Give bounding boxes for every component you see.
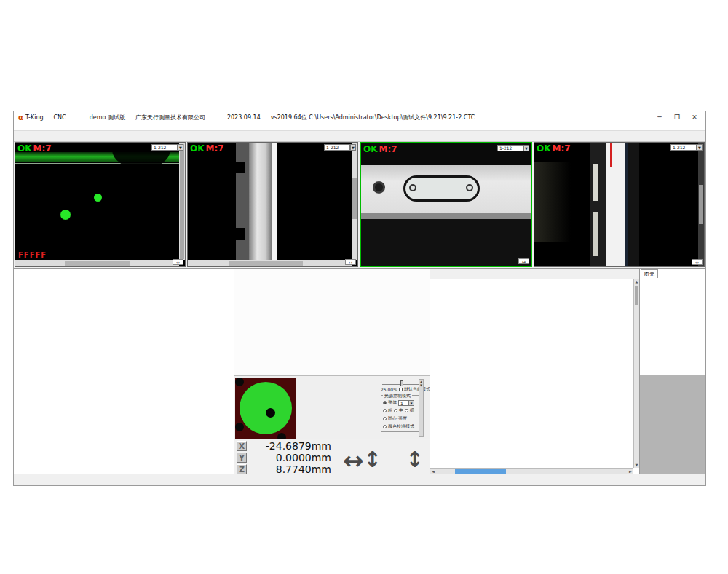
camera-row: OKM:7 FFFFF 1-212▼ ↔ OKM:7 1-212▼ ↔ — [15, 142, 705, 267]
chevron-down-icon[interactable]: ▼ — [350, 144, 356, 151]
cam4-ok-label: OK — [537, 143, 551, 154]
titlebar: α T-King CNC demo 测试版 广东天行测量技术有限公司 2023.… — [14, 111, 705, 123]
app-window: α T-King CNC demo 测试版 广东天行测量技术有限公司 2023.… — [13, 111, 706, 486]
chevron-down-icon[interactable]: ▼ — [178, 144, 183, 151]
element-panel-filler — [640, 375, 705, 475]
default-mode-label: 默认当前模式 — [404, 386, 430, 393]
fine-radio[interactable] — [405, 409, 408, 412]
cam3-range-dropdown[interactable]: 1-212▼ — [497, 145, 523, 151]
y-axis-icon: Y — [237, 453, 247, 463]
cam2-vscrollbar[interactable] — [352, 143, 357, 260]
camera-view-1[interactable]: OKM:7 FFFFF 1-212▼ ↔ — [15, 142, 186, 267]
measurement-table — [430, 279, 633, 468]
ring-light-preview[interactable] — [235, 378, 296, 439]
tool-icon-grid — [234, 269, 430, 375]
measurement-tabs — [430, 269, 639, 279]
toolbar — [14, 131, 705, 142]
app-mode: CNC — [54, 114, 66, 121]
toolbox-panel: 25.00% 默认当前模式 光源控制模式 整体 1▼ 粗 中 细 同心·强度 颜… — [234, 268, 430, 475]
coarse-radio[interactable] — [383, 409, 387, 412]
app-logo-icon: α — [18, 113, 23, 121]
lower-region: 25.00% 默认当前模式 光源控制模式 整体 1▼ 粗 中 细 同心·强度 颜… — [14, 268, 705, 475]
overall-radio[interactable] — [383, 401, 387, 404]
chevron-down-icon[interactable]: ▼ — [523, 145, 529, 151]
jog-horizontal-arrows[interactable]: ↔ — [343, 450, 364, 471]
minimize-button[interactable]: ─ — [652, 111, 668, 123]
chevron-down-icon[interactable]: ▼ — [408, 401, 414, 405]
z-axis-icon: Z — [237, 464, 247, 474]
mid-radio[interactable] — [394, 409, 397, 412]
jog-z-arrows[interactable]: ↕ — [405, 444, 424, 476]
file-path-label: vs2019 64位 C:\Users\Administrator\Deskto… — [271, 113, 475, 121]
light-mode-group: 光源控制模式 整体 1▼ 粗 中 细 同心·强度 颜色校准模式 — [381, 395, 424, 432]
cam2-ok-label: OK — [190, 143, 205, 154]
light-control-panel: 25.00% 默认当前模式 光源控制模式 整体 1▼ 粗 中 细 同心·强度 颜… — [234, 375, 430, 439]
color-mode-radio[interactable] — [383, 425, 387, 428]
light-mode-group-title: 光源控制模式 — [383, 393, 412, 399]
cam2-m-label: M:7 — [206, 143, 224, 154]
cam3-m-label: M:7 — [379, 144, 397, 154]
cam1-hscrollbar[interactable] — [15, 260, 179, 266]
camera-view-2[interactable]: OKM:7 1-212▼ ↔ — [187, 142, 358, 267]
cam1-range-dropdown[interactable]: 1-212▼ — [151, 144, 178, 151]
cam4-m-label: M:7 — [553, 143, 571, 154]
cam1-m-label: M:7 — [33, 143, 52, 154]
brightness-slider[interactable] — [382, 379, 422, 385]
cam2-hscrollbar[interactable] — [188, 260, 352, 266]
chevron-down-icon[interactable]: ▼ — [697, 144, 703, 151]
ring-light-circle[interactable] — [240, 382, 292, 434]
camera-view-3-active[interactable]: OKM:7 1-212▼ ↔ — [360, 142, 532, 267]
x-axis-value: -24.6879mm — [250, 440, 331, 452]
channel-select[interactable]: 1▼ — [398, 400, 414, 406]
light-options: 25.00% 默认当前模式 光源控制模式 整体 1▼ 粗 中 细 同心·强度 颜… — [381, 378, 424, 438]
maximize-button[interactable]: ❐ — [669, 111, 685, 123]
cam4-vscrollbar[interactable] — [698, 143, 704, 266]
camera-view-4[interactable]: OKM:7 1-212▼ ↔ — [534, 142, 705, 267]
cam4-resize-button[interactable]: ↔ — [692, 259, 703, 265]
cam1-vscrollbar[interactable] — [179, 143, 185, 260]
feature-lists — [14, 268, 234, 475]
jog-controls: ↔ ↕ ↕ ╱ — [343, 444, 427, 476]
default-mode-checkbox[interactable] — [399, 388, 403, 391]
light-sliders — [309, 378, 379, 439]
cam1-ok-label: OK — [17, 143, 32, 154]
x-axis-icon: X — [237, 441, 247, 451]
table-vscrollbar[interactable]: ▲▼ — [633, 279, 639, 468]
concentric-radio[interactable] — [383, 417, 387, 420]
measurement-panel: ▲▼ ◄► — [430, 268, 640, 475]
y-axis-value: 0.0000mm — [250, 452, 331, 463]
brightness-percent: 25.00% — [381, 387, 397, 392]
cam4-range-dropdown[interactable]: 1-212▼ — [670, 144, 697, 151]
statusbar — [14, 474, 705, 485]
ring-select-buttons — [298, 378, 308, 439]
cam1-resize-button[interactable]: ↔ — [173, 259, 183, 265]
cam2-range-dropdown[interactable]: 1-212▼ — [324, 144, 350, 151]
jog-vertical-arrows[interactable]: ↕ — [363, 444, 381, 476]
options-scrollbar[interactable]: ▲▼ — [419, 379, 424, 437]
company-label: 广东天行测量技术有限公司 — [135, 113, 205, 121]
date-label: 2023.09.14 — [227, 114, 261, 121]
close-button[interactable]: ✕ — [687, 111, 703, 123]
build-label: demo 测试版 — [90, 113, 125, 121]
cam3-resize-button[interactable]: ↔ — [518, 258, 529, 264]
app-name: T-King — [25, 114, 44, 121]
cam1-extra-label: FFFFF — [18, 251, 47, 259]
cam2-resize-button[interactable]: ↔ — [345, 259, 356, 265]
tab-element[interactable]: 图元 — [641, 269, 658, 278]
dro-panel: X-24.6879mm Y0.0000mm Z8.7740mm ↔ ↕ ↕ ╱ — [234, 439, 430, 475]
overall-label: 整体 — [388, 399, 397, 406]
ring-light-center-dot — [266, 408, 275, 418]
element-panel: 图元 — [640, 268, 705, 475]
cam3-ok-label: OK — [363, 144, 378, 154]
menubar — [14, 123, 705, 131]
